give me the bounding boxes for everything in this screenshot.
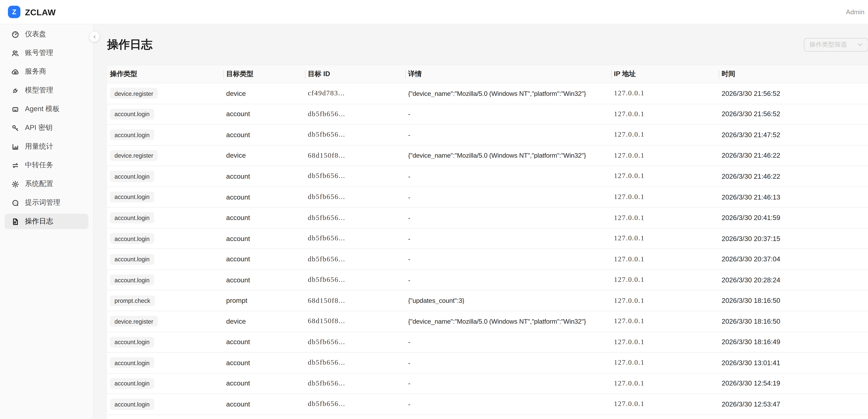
sidebar-item-label: 模型管理 bbox=[25, 86, 53, 95]
app-root: Z ZCLAW Admin 仪表盘 账号管理 服务商 bbox=[0, 0, 868, 419]
time-cell: 2026/3/30 21:46:13 bbox=[719, 193, 868, 201]
sidebar-item-agent-templates[interactable]: Agent 模板 bbox=[4, 101, 88, 117]
time-cell: 2026/3/30 18:16:50 bbox=[719, 297, 868, 305]
sidebar-item-api-keys[interactable]: API 密钥 bbox=[4, 120, 88, 136]
sidebar-item-providers[interactable]: 服务商 bbox=[4, 64, 88, 79]
table-row: account.login account db5fb656... - 127.… bbox=[107, 373, 868, 394]
message-dots-icon bbox=[11, 199, 19, 207]
detail-cell: - bbox=[405, 338, 611, 346]
detail-cell: - bbox=[405, 193, 611, 200]
column-header-operation-type: 操作类型 bbox=[107, 69, 223, 79]
ip-cell: 127.0.0.1 bbox=[611, 338, 719, 347]
ip-cell: 127.0.0.1 bbox=[611, 276, 719, 284]
target-id-cell: db5fb656... bbox=[305, 193, 405, 201]
detail-cell: {"updates_count":3} bbox=[405, 297, 611, 304]
target-type-cell: account bbox=[223, 400, 305, 408]
sidebar-item-label: 用量统计 bbox=[25, 142, 53, 151]
target-type-cell: account bbox=[223, 359, 305, 367]
sidebar-item-dashboard[interactable]: 仪表盘 bbox=[4, 27, 88, 42]
users-icon bbox=[11, 49, 19, 57]
operation-type-cell: account.login bbox=[107, 337, 223, 348]
operation-type-cell: account.login bbox=[107, 233, 223, 244]
time-cell: 2026/3/30 21:46:22 bbox=[719, 172, 868, 180]
table-row: account.login account db5fb656... - 127.… bbox=[107, 332, 868, 353]
operation-type-cell: account.login bbox=[107, 254, 223, 265]
target-id-cell: db5fb656... bbox=[305, 276, 405, 284]
target-type-cell: account bbox=[223, 193, 305, 201]
operation-type-filter-select[interactable]: 操作类型筛选 bbox=[804, 38, 868, 51]
operation-type-tag: account.login bbox=[110, 191, 154, 203]
table-row: device.register device cf49d783... {"dev… bbox=[107, 83, 868, 104]
ip-cell: 127.0.0.1 bbox=[611, 110, 719, 118]
operation-type-tag: device.register bbox=[110, 316, 158, 327]
swap-icon bbox=[11, 161, 19, 169]
table-row: account.login account db5fb656... - 127.… bbox=[107, 353, 868, 373]
operation-type-cell: account.login bbox=[107, 212, 223, 223]
chevron-down-icon bbox=[858, 43, 863, 47]
operation-type-tag: account.login bbox=[110, 212, 154, 223]
operation-type-tag: prompt.check bbox=[110, 295, 155, 306]
detail-cell: - bbox=[405, 173, 611, 180]
table-row: account.login account db5fb656... - 127.… bbox=[107, 208, 868, 228]
time-cell: 2026/3/30 20:37:04 bbox=[719, 255, 868, 263]
target-id-cell: db5fb656... bbox=[305, 110, 405, 118]
target-id-cell: 68d150f8... bbox=[305, 151, 405, 160]
target-id-cell: db5fb656... bbox=[305, 255, 405, 263]
sidebar-item-prompt-management[interactable]: 提示词管理 bbox=[4, 195, 88, 210]
table-row: account.login account db5fb656... - 127.… bbox=[107, 249, 868, 270]
sidebar-item-relay-tasks[interactable]: 中转任务 bbox=[4, 158, 88, 173]
operation-type-cell: account.login bbox=[107, 109, 223, 120]
detail-cell: {"device_name":"Mozilla/5.0 (Windows NT"… bbox=[405, 318, 611, 325]
ip-cell: 127.0.0.1 bbox=[611, 89, 719, 98]
operation-type-tag: account.login bbox=[110, 357, 154, 368]
operation-type-cell: account.login bbox=[107, 171, 223, 182]
target-type-cell: account bbox=[223, 214, 305, 222]
operation-type-cell: account.login bbox=[107, 357, 223, 368]
sidebar-item-usage-stats[interactable]: 用量统计 bbox=[4, 139, 88, 154]
target-type-cell: account bbox=[223, 255, 305, 263]
sidebar-collapse-button[interactable] bbox=[89, 31, 100, 42]
chevron-left-icon bbox=[92, 34, 97, 39]
time-cell: 2026/3/30 21:47:52 bbox=[719, 131, 868, 139]
target-id-cell: db5fb656... bbox=[305, 130, 405, 139]
sidebar-item-label: 服务商 bbox=[25, 67, 46, 77]
detail-cell: - bbox=[405, 214, 611, 221]
sidebar-item-system-config[interactable]: 系统配置 bbox=[4, 176, 88, 192]
sidebar-item-accounts[interactable]: 账号管理 bbox=[4, 45, 88, 61]
time-cell: 2026/3/30 20:37:15 bbox=[719, 235, 868, 243]
operation-type-tag: account.login bbox=[110, 254, 154, 265]
operation-type-tag: account.login bbox=[110, 337, 154, 348]
user-menu[interactable]: Admin bbox=[846, 8, 864, 15]
target-type-cell: device bbox=[223, 152, 305, 159]
operation-type-tag: account.login bbox=[110, 378, 154, 389]
target-id-cell: db5fb656... bbox=[305, 359, 405, 367]
time-cell: 2026/3/30 12:53:47 bbox=[719, 400, 868, 408]
cloud-icon bbox=[11, 68, 19, 76]
robot-icon bbox=[11, 105, 19, 113]
table-row: account.login account db5fb656... - 127.… bbox=[107, 228, 868, 249]
sidebar-item-models[interactable]: 模型管理 bbox=[4, 83, 88, 98]
time-cell: 2026/3/30 21:56:52 bbox=[719, 89, 868, 97]
ip-cell: 127.0.0.1 bbox=[611, 214, 719, 222]
detail-cell: - bbox=[405, 235, 611, 242]
sidebar-item-label: 系统配置 bbox=[25, 179, 53, 189]
sidebar: 仪表盘 账号管理 服务商 模型管理 bbox=[0, 24, 94, 419]
ip-cell: 127.0.0.1 bbox=[611, 255, 719, 263]
target-id-cell: db5fb656... bbox=[305, 214, 405, 222]
time-cell: 2026/3/30 13:01:41 bbox=[719, 359, 868, 367]
operation-type-tag: account.login bbox=[110, 171, 154, 182]
page-title: 操作日志 bbox=[107, 37, 152, 52]
operation-type-tag: account.login bbox=[110, 399, 154, 410]
target-type-cell: device bbox=[223, 318, 305, 325]
ip-cell: 127.0.0.1 bbox=[611, 296, 719, 305]
operation-type-tag: account.login bbox=[110, 109, 154, 120]
sidebar-item-label: 中转任务 bbox=[25, 160, 53, 170]
ip-cell: 127.0.0.1 bbox=[611, 234, 719, 243]
key-icon bbox=[11, 124, 19, 132]
detail-cell: - bbox=[405, 111, 611, 118]
table-body: device.register device cf49d783... {"dev… bbox=[107, 83, 868, 415]
sidebar-item-operation-logs[interactable]: 操作日志 bbox=[4, 214, 88, 229]
sidebar-item-label: 仪表盘 bbox=[25, 30, 46, 39]
column-header-detail: 详情 bbox=[405, 69, 611, 79]
target-type-cell: prompt bbox=[223, 297, 305, 305]
